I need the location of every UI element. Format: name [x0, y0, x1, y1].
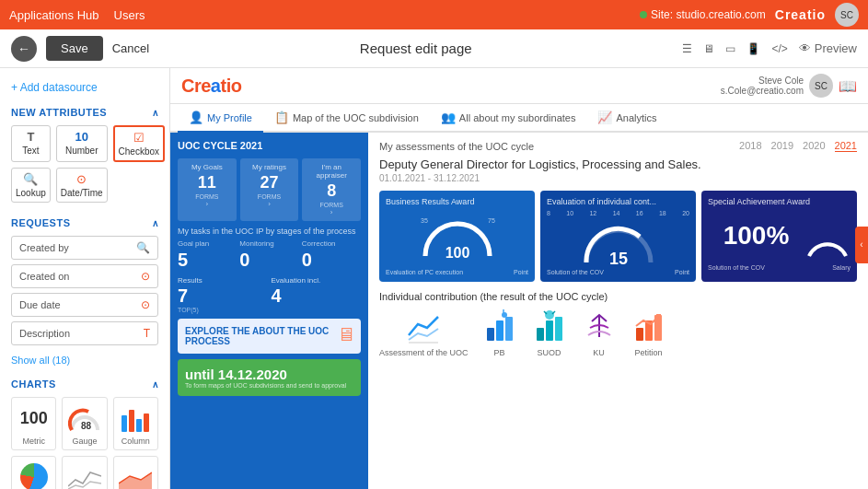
- tab-subordinates[interactable]: 👥 All about my subordinates: [430, 104, 587, 133]
- show-all-button[interactable]: Show all (18): [0, 353, 169, 371]
- created-on-field[interactable]: Created on ⊙: [11, 264, 158, 288]
- requests-chevron[interactable]: ∧: [152, 218, 159, 228]
- preview-button[interactable]: 👁 Preview: [799, 41, 857, 55]
- correction-value: 0: [302, 250, 361, 271]
- col-bar-1: [122, 415, 127, 432]
- number-icon: 10: [61, 130, 103, 144]
- suod-label: SUOD: [531, 348, 568, 357]
- code-icon[interactable]: </>: [771, 42, 787, 55]
- monitoring-label: Monitoring: [239, 239, 298, 248]
- text-icon: T: [16, 130, 46, 144]
- svg-rect-12: [537, 328, 544, 341]
- gauge-chart[interactable]: 88 Gauge: [62, 397, 107, 450]
- contrib-icons: Assessment of the UOC: [379, 308, 857, 357]
- tab-uoc-map-label: Map of the UOC subdivision: [293, 112, 419, 123]
- area-preview: [118, 460, 154, 489]
- individual-gauge-svg: 15: [577, 218, 660, 269]
- year-tabs: 2018 2019 2020 2021: [739, 140, 857, 152]
- year-2019[interactable]: 2019: [771, 140, 793, 152]
- col-bar-4: [144, 413, 149, 432]
- year-2021[interactable]: 2021: [835, 140, 857, 152]
- my-profile-icon: 👤: [189, 111, 203, 124]
- book-icon[interactable]: 📖: [839, 77, 857, 95]
- lookup-attribute[interactable]: 🔍 Lookup: [11, 168, 51, 203]
- contrib-suod: SUOD: [531, 308, 568, 357]
- my-ratings-arrow[interactable]: ›: [246, 200, 294, 208]
- save-button[interactable]: Save: [46, 36, 103, 61]
- add-datasource-button[interactable]: + Add datasource: [0, 76, 169, 99]
- tab-my-profile[interactable]: 👤 My Profile: [178, 104, 263, 133]
- metric-chart[interactable]: 100 Metric: [11, 397, 56, 450]
- number-attribute[interactable]: 10 Number: [56, 125, 108, 162]
- results-box: Results 7 TOP(5): [178, 276, 268, 313]
- business-label-right: Point: [514, 269, 528, 275]
- column-chart[interactable]: Column: [113, 397, 158, 450]
- created-by-field[interactable]: Created by 🔍: [11, 236, 158, 260]
- my-ratings-box: My ratings 27 FORMS ›: [240, 158, 299, 221]
- individual-label-left: Solution of the COV: [547, 269, 604, 275]
- my-goals-label: My Goals: [183, 163, 231, 171]
- explore-box[interactable]: EXPLORE THE ABOUT THE UOC PROCESS 🖥: [178, 319, 361, 354]
- cancel-button[interactable]: Cancel: [112, 41, 149, 55]
- special-label-right: Salary: [832, 264, 851, 271]
- charts-label: CHARTS: [11, 378, 56, 390]
- right-panel-toggle[interactable]: ‹: [855, 227, 868, 263]
- person-dates: 01.01.2021 - 31.12.2021: [379, 173, 857, 183]
- ku-icon: [581, 308, 618, 344]
- datetime-attribute[interactable]: ⊙ Date/Time: [56, 168, 108, 203]
- requests-section: REQUESTS ∧: [0, 210, 169, 232]
- assessments-title: My assessments of the UOC cycle: [379, 141, 534, 152]
- pie-chart[interactable]: Pie: [11, 456, 56, 489]
- special-gauge-svg: [804, 210, 851, 261]
- user-email-display: s.Cole@creatio.com: [721, 86, 804, 96]
- assessments-header: My assessments of the UOC cycle 2018 201…: [379, 140, 857, 152]
- left-panel: › + Add datasource NEW ATTRIBUTES ∧ T Te…: [0, 68, 170, 489]
- business-label-left: Evaluation of PC execution: [386, 269, 463, 275]
- description-label: Description: [19, 328, 70, 339]
- ku-label: KU: [581, 348, 618, 357]
- top-nav: Applications Hub Users Site: studio.crea…: [0, 0, 868, 29]
- year-2020[interactable]: 2020: [803, 140, 825, 152]
- tab-analytics[interactable]: 📈 Analytics: [586, 104, 667, 133]
- created-by-label: Created by: [19, 242, 69, 253]
- business-results-card: Business Results Award 35 75 100 Ev: [379, 191, 535, 282]
- new-attributes-chevron[interactable]: ∧: [152, 108, 159, 118]
- back-button[interactable]: ←: [11, 36, 37, 62]
- charts-chevron[interactable]: ∧: [152, 379, 159, 390]
- pie-preview: [16, 460, 52, 489]
- subordinates-icon: 👥: [441, 111, 456, 124]
- line-chart[interactable]: Line: [62, 456, 107, 489]
- tab-uoc-map[interactable]: 📋 Map of the UOC subdivision: [263, 104, 430, 133]
- analytics-icon: 📈: [597, 111, 612, 124]
- year-2018[interactable]: 2018: [739, 140, 761, 152]
- app-hub-link[interactable]: Applications Hub: [9, 8, 99, 22]
- tablet-view-icon[interactable]: ▭: [725, 42, 735, 55]
- due-date-field[interactable]: Due date ⊙: [11, 293, 158, 317]
- panel-toggle[interactable]: ›: [169, 261, 170, 297]
- suod-icon: [531, 308, 568, 344]
- datetime-label: Date/Time: [61, 188, 103, 198]
- desktop-view-icon[interactable]: 🖥: [703, 42, 714, 55]
- users-link[interactable]: Users: [114, 8, 145, 22]
- checkbox-attribute[interactable]: ☑ Checkbox: [113, 125, 165, 162]
- mobile-view-icon[interactable]: 📱: [746, 42, 760, 55]
- description-field[interactable]: Description T: [11, 321, 158, 345]
- appraiser-arrow[interactable]: ›: [307, 208, 355, 216]
- my-goals-arrow[interactable]: ›: [183, 200, 231, 208]
- svg-text:15: 15: [608, 250, 627, 268]
- text-attribute[interactable]: T Text: [11, 125, 51, 162]
- pie-circle: [20, 463, 48, 489]
- area-chart[interactable]: Area: [113, 456, 158, 489]
- goal-plan-label: Goal plan: [178, 239, 237, 248]
- settings-icon[interactable]: ☰: [682, 42, 692, 55]
- column-label: Column: [118, 437, 154, 446]
- correction-label: Correction: [302, 239, 361, 248]
- preview-label: Preview: [815, 41, 857, 55]
- right-panel: Creatio Steve Cole s.Cole@creatio.com SC…: [170, 68, 868, 489]
- datetime-icon: ⊙: [61, 172, 103, 186]
- my-ratings-unit: FORMS: [246, 193, 294, 200]
- results-sub: TOP(5): [178, 307, 268, 313]
- area-svg: [119, 463, 152, 489]
- contrib-pb: PB: [481, 308, 518, 357]
- eval-box: Evaluation incl. 4: [272, 276, 362, 313]
